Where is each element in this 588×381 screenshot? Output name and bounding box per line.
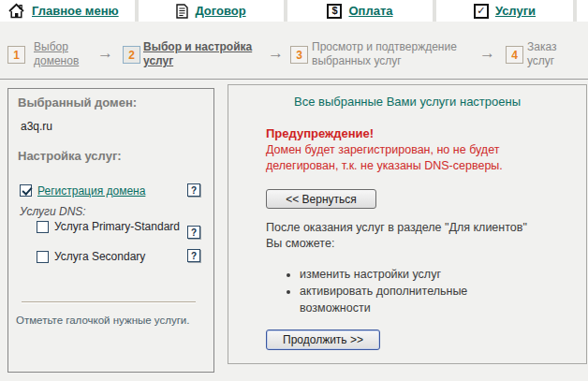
menu-link-payment[interactable]: Оплата — [348, 4, 392, 18]
dns-secondary-label: Услуга Secondary — [54, 250, 195, 264]
step-2-label: Выбор и настройка услуг — [143, 40, 254, 68]
menu-item-services[interactable]: ✓ Услуги — [436, 0, 573, 22]
list-item: активировать дополнительные возможности — [300, 283, 507, 316]
list-item: изменить настройки услуг — [300, 266, 507, 283]
step-1-label: Выбор доменов — [34, 40, 92, 68]
payment-icon: $ — [327, 4, 342, 19]
continue-button[interactable]: Продолжить >> — [266, 330, 380, 350]
selected-domain-panel: Выбранный домен: a3q.ru Настройка услуг:… — [7, 88, 214, 373]
dns-services-group-label: Услуги DNS: — [20, 205, 86, 218]
menu-link-contract[interactable]: Договор — [195, 4, 245, 18]
warning-title: Предупреждение! — [266, 126, 374, 140]
dns-secondary-help-button[interactable]: ? — [187, 249, 200, 262]
service-setup-heading: Настройка услуг: — [18, 149, 122, 163]
step-3-number: 3 — [290, 46, 308, 64]
back-button[interactable]: << Вернуться — [266, 189, 376, 209]
menu-item-contract[interactable]: Договор — [139, 0, 284, 22]
selected-domain-heading: Выбранный домен: — [18, 95, 137, 110]
step-1-link[interactable]: Выбор доменов — [34, 40, 79, 67]
step-arrow-icon: → — [268, 44, 284, 63]
dns-primary-label: Услуга Primary-Standard — [54, 220, 180, 234]
dns-secondary-checkbox[interactable] — [37, 251, 49, 263]
top-menu: Главное меню Договор $ Оплата ✓ Услуги — [0, 0, 588, 22]
domain-name: a3q.ru — [21, 120, 52, 133]
registration-help-button[interactable]: ? — [187, 183, 200, 197]
menu-link-main[interactable]: Главное меню — [32, 4, 119, 18]
step-4-label: Заказ услуг — [527, 40, 572, 68]
warning-text: Домен будет зарегистрирован, но не будет… — [266, 142, 551, 174]
step-3-label: Просмотр и подтверждение выбранных услуг — [312, 40, 488, 68]
panel-divider — [22, 301, 196, 303]
step-2-link[interactable]: Выбор и настройка услуг — [143, 40, 252, 67]
menu-item-payment[interactable]: $ Оплата — [287, 0, 433, 22]
menu-item-main[interactable]: Главное меню — [0, 0, 135, 22]
menu-separator — [573, 0, 577, 22]
info-text: После оказания услуг в разделе "Для клие… — [266, 220, 530, 252]
dns-primary-checkbox[interactable] — [37, 221, 49, 233]
menu-link-services[interactable]: Услуги — [495, 4, 536, 18]
step-4-number: 4 — [506, 46, 523, 64]
dns-primary-help-button[interactable]: ? — [187, 226, 200, 239]
registration-link[interactable]: Регистрация домена — [37, 184, 145, 198]
services-checkbox-icon: ✓ — [474, 4, 489, 19]
service-status-panel: Все выбранные Вами услуги настроены Пред… — [228, 84, 587, 364]
step-1-number: 1 — [7, 46, 25, 64]
contract-icon — [176, 4, 188, 19]
capability-list: изменить настройки услуг активировать до… — [287, 266, 507, 316]
step-arrow-icon: → — [97, 44, 113, 63]
registration-checkbox[interactable] — [20, 184, 32, 197]
home-icon — [7, 3, 25, 19]
step-indicator: 1 Выбор доменов → 2 Выбор и настройка ус… — [0, 36, 588, 79]
service-setup-page: { "menu": { "items": [ { "label": "Главн… — [0, 0, 588, 381]
step-2-number: 2 — [123, 46, 140, 64]
panel-footnote: Отметьте галочкой нужные услуги. — [16, 315, 208, 326]
status-message: Все выбранные Вами услуги настроены — [228, 95, 586, 109]
step-arrow-icon: → — [479, 44, 495, 63]
steps-divider — [0, 79, 588, 80]
